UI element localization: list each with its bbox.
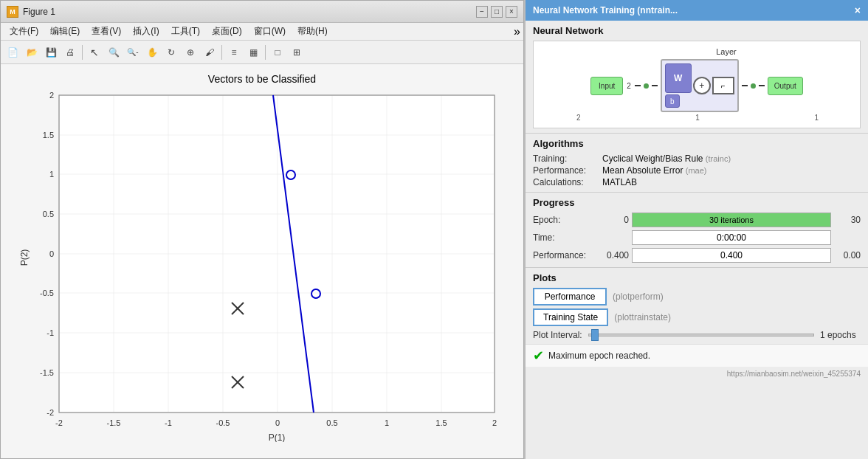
performance-plot-paren: (plotperform) [613,291,664,302]
tb-print[interactable]: 🖨 [61,44,79,61]
tb-open[interactable]: 📂 [23,44,41,61]
progress-section: Progress Epoch: 0 30 iterations 30 Time:… [526,193,868,268]
nn-section: Neural Network Layer Input 2 [526,21,868,134]
figure-title: Figure 1 [23,7,55,17]
svg-text:0: 0 [275,418,280,427]
window-controls: − □ × [476,6,517,18]
perf-row: Performance: 0.400 0.400 0.00 [533,248,861,263]
calculations-label: Calculations: [533,177,599,187]
nn-diagram: Layer Input 2 W [533,41,861,128]
output-label: Output [774,82,796,90]
nn-labels-row: 2 1 1 [540,114,854,122]
progress-title: Progress [533,197,861,208]
nn-section-title: Neural Network [533,25,861,36]
training-state-plot-paren: (plottrainstate) [614,312,671,322]
plot-title: Vectors to be Classified [18,73,506,85]
tb-tile[interactable]: ⊞ [288,44,306,61]
svg-text:-1: -1 [46,328,54,337]
interval-label: Plot Interval: [533,330,582,340]
input-num: 2 [576,114,581,122]
tb-legend[interactable]: ≡ [225,44,243,61]
menu-edit[interactable]: 编辑(E) [44,24,86,39]
training-state-plot-row: Training State (plottrainstate) [533,308,861,326]
plot-container: Vectors to be Classified [18,73,506,449]
svg-text:-1.5: -1.5 [40,368,54,377]
tb-new[interactable]: 📄 [4,44,21,61]
menu-window[interactable]: 窗口(W) [248,24,292,39]
menu-view[interactable]: 查看(V) [86,24,127,39]
tb-data-cursor[interactable]: ⊕ [182,44,199,61]
panel-close-button[interactable]: × [855,4,861,16]
performance-plot-row: Performance (plotperform) [533,288,861,306]
perf-label: Performance: [533,250,599,260]
tb-zoom-out[interactable]: 🔍- [124,44,142,61]
tb-hide[interactable]: □ [269,44,286,61]
svg-text:-2: -2 [46,408,54,417]
wb-col: W b [665,63,692,108]
perf-start: 0.400 [602,250,629,260]
plot-svg: 2 1.5 1 0.5 0 -0.5 -1 -1.5 -2 -2 -1.5 -1… [18,88,506,442]
arrow4 [759,85,765,86]
svg-text:-0.5: -0.5 [40,289,54,297]
status-text: Maximum epoch reached. [548,351,650,361]
menu-insert[interactable]: 插入(I) [127,24,165,39]
right-panel: Neural Network Training (nntrain... × Ne… [524,0,868,459]
performance-algo-value: Mean Absolute Error (mae) [602,165,861,176]
title-bar-left: M Figure 1 [7,6,55,18]
matlab-icon: M [7,6,18,18]
svg-text:0.5: 0.5 [43,210,54,218]
training-state-plot-button[interactable]: Training State [533,308,608,326]
arrow3 [742,85,748,86]
epoch-start: 0 [602,215,629,225]
tb-pan[interactable]: ✋ [143,44,161,61]
slider-thumb[interactable] [591,329,599,341]
svg-text:1: 1 [385,418,389,427]
menu-desktop[interactable]: 桌面(D) [206,24,248,39]
tb-rotate[interactable]: ↻ [162,44,180,61]
tb-zoom-in[interactable]: 🔍 [105,44,123,61]
b-box: b [665,94,680,108]
w-box: W [665,63,692,93]
minimize-button[interactable]: − [476,6,488,18]
performance-plot-button[interactable]: Performance [533,288,607,306]
tb-colorbar[interactable]: ▦ [244,44,262,61]
menu-help[interactable]: 帮助(H) [292,24,334,39]
nn-row: Input 2 W b [590,59,803,112]
interval-slider[interactable] [588,329,814,341]
svg-text:2: 2 [49,91,54,100]
tb-save[interactable]: 💾 [42,44,60,61]
nn-output-box: Output [768,77,803,95]
svg-text:-1: -1 [165,418,172,427]
dot1 [644,83,649,89]
output-num: 1 [814,114,819,122]
slider-track [588,334,814,337]
algo-table: Training: Cyclical Weight/Bias Rule (tra… [533,153,861,187]
perf-value-box: 0.400 [632,248,831,263]
sum-col: + [693,63,711,108]
perf-value: 0.400 [720,250,743,260]
perf-end: 0.00 [834,250,861,260]
menu-tools[interactable]: 工具(T) [165,24,206,39]
plots-section: Plots Performance (plotperform) Training… [526,268,868,344]
maximize-button[interactable]: □ [491,6,503,18]
calculations-value: MATLAB [602,177,861,187]
time-value-box: 0:00:00 [632,230,831,245]
svg-text:-1.5: -1.5 [107,418,121,427]
interval-value: 1 epochs [820,330,861,340]
training-label: Training: [533,153,599,164]
arrow2 [652,85,658,86]
bottom-bar: https://mianbaosim.net/weixin_45255374 [526,367,868,381]
toolbar: 📄 📂 💾 🖨 ↖ 🔍 🔍- ✋ ↻ ⊕ 🖌 ≡ ▦ □ ⊞ [1,41,523,64]
epoch-progress-bar: 30 iterations [632,213,831,227]
menu-file[interactable]: 文件(F) [4,24,44,39]
epoch-end: 30 [834,215,861,225]
menu-expand[interactable]: » [514,25,520,38]
nn-layer-box: W b + ⌐ [661,59,739,112]
input-size: 2 [627,82,631,90]
plots-title: Plots [533,272,861,283]
algorithms-title: Algorithms [533,138,861,149]
tb-pointer[interactable]: ↖ [86,44,103,61]
time-row: Time: 0:00:00 [533,230,861,245]
tb-brush[interactable]: 🖌 [201,44,218,61]
close-button[interactable]: × [506,6,517,18]
